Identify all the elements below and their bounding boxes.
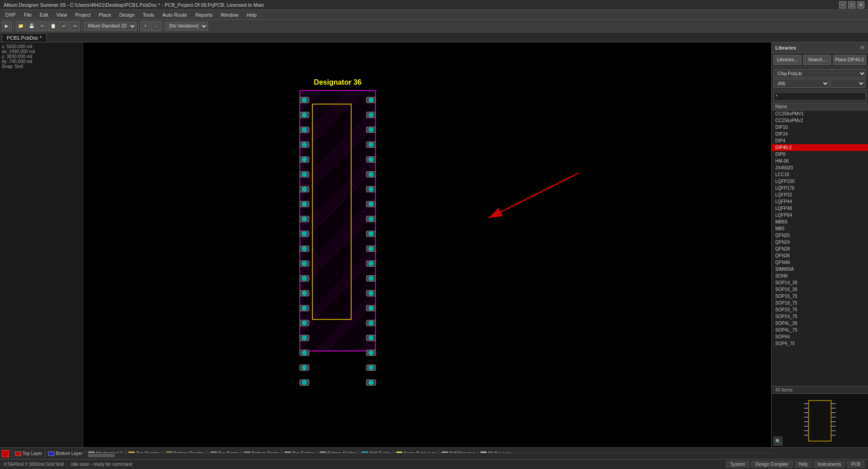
lib-item-qfn24[interactable]: QFN24 [772,239,868,246]
lib-item-lqfp64[interactable]: LQFP64 [772,212,868,219]
menu-item-help[interactable]: Help [243,11,260,18]
lib-item-hm-06[interactable]: HM-06 [772,158,868,164]
search-button[interactable]: Search... [803,55,831,65]
lib-item-lqfp48[interactable]: LQFP48 [772,205,868,212]
lib-item-dip4[interactable]: DIP4 [772,137,868,144]
lib-item-lqfp100[interactable]: LQFP100 [772,178,868,185]
pin-26 [366,171,376,178]
lib-item-lqfp176[interactable]: LQFP176 [772,185,868,191]
lib-item-sim900a[interactable]: SIM900A [772,266,868,273]
layer-item-top-layer[interactable]: Top Layer [15,451,42,456]
toolbar-btn-3[interactable]: 💾 [27,21,36,31]
toolbar-zoom-in[interactable]: + [140,21,150,31]
lib-item-sop4l_75[interactable]: SOP4L_75 [772,327,868,333]
lib-item-dip24[interactable]: DIP24 [772,131,868,137]
toolbar-btn-6[interactable]: ↩ [59,21,69,31]
maximize-button[interactable]: □ [848,1,855,9]
view-select[interactable]: Altium Standard 2D Altium Standard 3D [84,22,136,31]
status-tab-design-compiler[interactable]: Design Compiler [751,461,793,468]
status-tab-system[interactable]: System [726,461,749,468]
toolbar-sep-3 [138,22,139,30]
toolbar-btn-5[interactable]: 📋 [48,21,58,31]
lib-item-lqfp44[interactable]: LQFP44 [772,198,868,205]
status-tab-help[interactable]: Help [795,461,812,468]
menu-item-tools[interactable]: Tools [139,11,158,18]
toolbar-sep-1 [14,22,14,30]
preview-zoom-icon[interactable]: 🔍 [773,437,782,446]
variations-select[interactable]: [No Variations] [165,22,208,31]
lib-item-sop44[interactable]: SOP44 [772,333,868,340]
lib-item-cc256xpmv2[interactable]: CC256xPMv2 [772,117,868,124]
toolbar-zoom-out[interactable]: - [151,21,161,31]
lib-item-sop4_75[interactable]: SOP4_75 [772,340,868,347]
lib-item-qfn48[interactable]: QFN48 [772,259,868,266]
menu-item-window[interactable]: Window [217,11,242,18]
pin-33 [366,275,376,282]
lib-item-sop24_75[interactable]: SOP24_75 [772,313,868,320]
toolbar-btn-7[interactable]: ↪ [70,21,80,31]
menu-item-place[interactable]: Place [95,11,115,18]
minimize-button[interactable]: − [839,1,846,9]
menu-item-view[interactable]: View [53,11,71,18]
lib-item-sop16_39[interactable]: SOP16_39 [772,286,868,293]
status-tab-pcb[interactable]: PCB [847,461,864,468]
lib-search-input[interactable] [773,92,866,101]
lib-item-mb6s[interactable]: MB6S [772,219,868,225]
status-tabs: SystemDesign CompilerHelpInstrumentsPCB [726,461,864,468]
h-scroll-thumb[interactable] [88,454,115,457]
lib-item-dip8[interactable]: DIP8 [772,151,868,158]
lib-preview-svg [802,398,838,443]
pin-19 [299,364,309,371]
pin-28 [366,201,376,207]
lib-item-qfn28[interactable]: QFN28 [772,246,868,252]
libraries-button[interactable]: Libraries... [773,55,801,65]
place-button[interactable]: Place DIP40-2 [833,55,866,65]
coord-x: x: 5650.000 mil [2,44,81,49]
lib-buttons-row: Libraries... Search... Place DIP40-2 [772,53,868,67]
lib-item-sop16_75[interactable]: SOP16_75 [772,293,868,300]
lib-item-lqfp32[interactable]: LQFP32 [772,191,868,198]
lib-item-sop18_75[interactable]: SOP18_75 [772,300,868,306]
lib-item-mb5[interactable]: MB5 [772,225,868,232]
menu-item-project[interactable]: Project [72,11,94,18]
canvas-area[interactable]: Designator 36 [83,42,771,447]
lib-item-qfn36[interactable]: QFN36 [772,252,868,259]
pin-32 [366,260,376,267]
pin-29 [366,216,376,222]
menu-item-dxp[interactable]: DXP [2,11,19,18]
toolbar-btn-1[interactable]: ▶ [2,21,12,31]
pin-37 [366,335,376,341]
lib-collapse-icon[interactable]: ⊟ [860,45,864,50]
lib-item-cc256xpmv1[interactable]: CC256xPMV1 [772,110,868,117]
status-tab-instruments[interactable]: Instruments [814,461,845,468]
menu-item-design[interactable]: Design [116,11,138,18]
active-layer-indicator[interactable] [2,450,9,457]
lib-item-jx45020[interactable]: JX45020 [772,164,868,171]
lib-item-dip40-2[interactable]: DIP40-2 [772,144,868,151]
lib-filter-select[interactable]: (All) [773,79,829,88]
pcb-inner-rect [312,104,352,320]
lib-item-sop14_39[interactable]: SOP14_39 [772,279,868,286]
layer-item-bottom-layer[interactable]: Bottom Layer [48,451,82,456]
lib-item-lcc16[interactable]: LCC16 [772,171,868,178]
menu-item-reports[interactable]: Reports [192,11,217,18]
horizontal-scrollbar[interactable] [83,453,771,457]
pin-14 [299,290,309,296]
lib-item-sop4l_39[interactable]: SOP4L_39 [772,320,868,327]
menu-item-file[interactable]: File [20,11,36,18]
toolbar-btn-2[interactable]: 📁 [16,21,26,31]
close-button[interactable]: ✕ [857,1,864,9]
lib-selector[interactable]: Chip.PcbLib [773,69,866,78]
menu-item-edit[interactable]: Edit [36,11,52,18]
lib-item-dip10[interactable]: DIP10 [772,124,868,131]
lib-type-select[interactable] [830,79,865,88]
pin-15 [299,305,309,311]
lib-item-son8[interactable]: SON8 [772,273,868,279]
lib-item-sop20_75[interactable]: SOP20_75 [772,306,868,313]
pin-13 [299,275,309,282]
pcb-tab[interactable]: PCB1.PcbDoc * [2,33,47,42]
toolbar-btn-4[interactable]: ✂ [37,21,47,31]
menu-item-auto-route[interactable]: Auto Route [159,11,191,18]
lib-item-qfn20[interactable]: QFN20 [772,232,868,239]
pin-36 [366,320,376,326]
